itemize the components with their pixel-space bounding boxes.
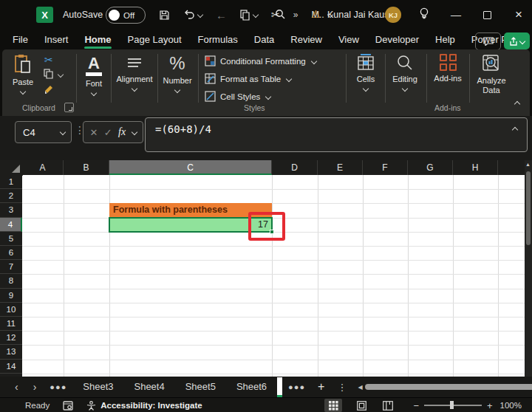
grid-cell-C3[interactable]: Formula with parentheses (109, 203, 272, 217)
more-sheets-icon[interactable]: ●●● (282, 382, 311, 391)
collapse-formula-bar-icon[interactable] (512, 127, 518, 133)
select-all-button[interactable] (0, 160, 23, 176)
avatar[interactable]: KJ (385, 7, 401, 23)
conditional-formatting-button[interactable]: Conditional Formatting (205, 55, 316, 66)
row-header-3[interactable]: 3 (0, 203, 22, 217)
close-button[interactable]: × (508, 0, 530, 30)
undo-icon[interactable] (183, 10, 202, 20)
sheet-options-icon[interactable]: ⋮ (331, 382, 352, 393)
sheet-tab-sheet5[interactable]: Sheet5 (175, 377, 226, 397)
maximize-button[interactable] (476, 0, 498, 30)
row-header-12[interactable]: 12 (0, 331, 22, 345)
minimize-button[interactable]: — (445, 0, 467, 30)
row-header-14[interactable]: 14 (0, 360, 22, 374)
vertical-scroll-thumb[interactable] (526, 171, 531, 245)
copy-icon[interactable] (240, 10, 258, 21)
formula-input[interactable]: =(60+8)/4 (145, 117, 528, 152)
row-header-1[interactable]: 1 (0, 175, 22, 189)
new-sheet-icon[interactable]: + (311, 380, 331, 394)
horizontal-scroll-thumb[interactable] (365, 384, 532, 390)
cells-canvas[interactable] (22, 175, 525, 377)
zoom-slider-thumb[interactable] (450, 401, 454, 409)
scroll-left-icon[interactable]: ◀ (355, 384, 364, 391)
search-icon[interactable] (275, 9, 286, 23)
next-sheet-icon[interactable]: › (26, 381, 44, 393)
zoom-in-icon[interactable]: + (487, 400, 493, 411)
row-header-9[interactable]: 9 (0, 289, 22, 303)
tab-review[interactable]: Review (282, 30, 330, 49)
column-header-F[interactable]: F (363, 160, 408, 175)
row-header-6[interactable]: 6 (0, 246, 22, 260)
row-header-4[interactable]: 4 (0, 218, 22, 232)
column-header-G[interactable]: G (408, 160, 453, 175)
editing-dropdown[interactable]: Editing (388, 54, 422, 91)
tab-data[interactable]: Data (246, 30, 282, 49)
share-button[interactable] (504, 32, 530, 49)
tab-developer[interactable]: Developer (367, 30, 427, 49)
comments-button[interactable] (475, 32, 501, 50)
alignment-dropdown[interactable]: Alignment (113, 55, 156, 91)
accessibility-status[interactable]: Accessibility: Investigate (100, 401, 202, 410)
insert-function-icon[interactable]: fx (118, 126, 126, 138)
page-layout-view-button[interactable] (352, 399, 370, 412)
sheet-tab-sheet6[interactable]: Sheet6 (226, 377, 277, 397)
horizontal-scrollbar[interactable]: ◀ ▶ (355, 383, 532, 391)
cancel-icon[interactable]: ✕ (89, 127, 98, 138)
sheet-list-icon[interactable]: ●●● (44, 382, 72, 391)
row-header-11[interactable]: 11 (0, 317, 22, 331)
autosave-toggle[interactable]: Off (106, 7, 146, 24)
tab-formulas[interactable]: Formulas (190, 30, 246, 49)
prev-sheet-icon[interactable]: ‹ (7, 381, 26, 393)
macro-record-icon[interactable] (63, 401, 73, 411)
column-header-B[interactable]: B (64, 160, 109, 175)
name-box[interactable]: C4 (15, 121, 72, 143)
accessibility-icon[interactable] (86, 401, 96, 411)
paste-button[interactable]: Paste (13, 54, 33, 94)
cells-dropdown[interactable]: Cells (349, 54, 382, 91)
tab-view[interactable]: View (330, 30, 367, 49)
column-header-E[interactable]: E (318, 160, 363, 175)
row-header-2[interactable]: 2 (0, 189, 22, 203)
copy-icon[interactable] (44, 69, 53, 82)
cut-icon[interactable]: ✂ (44, 54, 53, 66)
row-header-5[interactable]: 5 (0, 232, 22, 246)
analyze-data-button[interactable]: AnalyzeData (471, 54, 512, 95)
sheet-tab-sheet3[interactable]: Sheet3 (72, 377, 123, 397)
tab-home[interactable]: Home (76, 30, 119, 49)
format-painter-icon[interactable] (44, 84, 55, 98)
sheet-tab-active[interactable]: She (277, 377, 282, 397)
number-dropdown[interactable]: % Number (160, 54, 195, 92)
zoom-level[interactable]: 100% (500, 401, 522, 410)
copy-chevron-icon[interactable] (58, 72, 64, 78)
tab-page-layout[interactable]: Page Layout (120, 30, 190, 49)
tab-help[interactable]: Help (427, 30, 463, 49)
clipboard-dialog-launcher-icon[interactable] (64, 103, 74, 112)
save-icon[interactable] (159, 10, 170, 21)
format-as-table-button[interactable]: Format as Table (205, 73, 291, 84)
normal-view-button[interactable] (324, 399, 342, 412)
excel-app-icon[interactable]: X (36, 7, 53, 23)
vertical-scrollbar[interactable]: ▲ (525, 160, 532, 377)
scroll-up-icon[interactable]: ▲ (525, 162, 531, 167)
cell-styles-button[interactable]: Cell Styles (205, 91, 270, 102)
collapse-ribbon-icon[interactable] (514, 101, 520, 107)
column-header-H[interactable]: H (453, 160, 498, 175)
column-header-D[interactable]: D (272, 160, 318, 175)
sheet-tab-sheet4[interactable]: Sheet4 (123, 377, 174, 397)
redo-icon[interactable]: ← (216, 9, 227, 21)
column-header-A[interactable]: A (22, 160, 64, 175)
row-header-7[interactable]: 7 (0, 260, 22, 274)
zoom-slider[interactable] (424, 405, 482, 406)
warning-icon[interactable]: ⚠ (311, 8, 321, 20)
toolbar-overflow-icon[interactable]: » (293, 10, 299, 20)
enter-icon[interactable]: ✓ (104, 127, 112, 138)
lightbulb-icon[interactable] (419, 7, 429, 24)
page-break-view-button[interactable] (379, 399, 397, 412)
zoom-out-icon[interactable]: − (413, 400, 419, 411)
font-dropdown[interactable]: A Font (79, 55, 109, 95)
row-header-13[interactable]: 13 (0, 345, 22, 359)
column-header-C[interactable]: C (109, 160, 272, 175)
row-header-8[interactable]: 8 (0, 274, 22, 288)
add-ins-button[interactable]: Add-ins (429, 54, 466, 83)
tab-insert[interactable]: Insert (36, 30, 77, 49)
